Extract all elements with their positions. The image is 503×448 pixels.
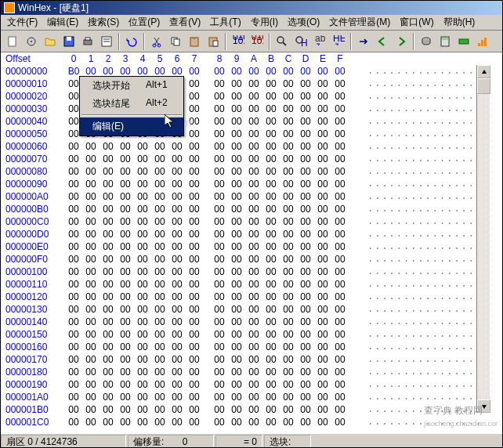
- hex-byte[interactable]: 00: [168, 341, 186, 353]
- hex-byte[interactable]: 00: [134, 328, 151, 341]
- hex-byte[interactable]: 00: [117, 178, 134, 190]
- hex-byte[interactable]: 00: [65, 341, 82, 353]
- hex-byte[interactable]: 00: [280, 165, 297, 178]
- hex-byte[interactable]: 00: [100, 266, 117, 278]
- hex-byte[interactable]: 00: [280, 341, 297, 353]
- copy-button[interactable]: [167, 33, 184, 50]
- hex-byte[interactable]: 00: [262, 328, 280, 341]
- hex-byte[interactable]: 00: [280, 153, 297, 165]
- hex-byte[interactable]: 00: [228, 316, 245, 328]
- menu-view[interactable]: 查看(V): [165, 14, 205, 31]
- hex-byte[interactable]: 00: [65, 416, 82, 428]
- hex-byte[interactable]: 00: [228, 328, 245, 341]
- hex-byte[interactable]: 00: [211, 228, 228, 240]
- hex-byte[interactable]: 00: [151, 416, 168, 428]
- hex-byte[interactable]: 00: [211, 253, 228, 266]
- hex-byte[interactable]: 00: [168, 316, 186, 328]
- hex-byte[interactable]: 00: [331, 90, 349, 103]
- hex-byte[interactable]: 00: [297, 278, 314, 291]
- hex-view[interactable]: www.52weixiu.com Offset 0123456789ABCDEF…: [1, 52, 502, 433]
- hex-byte[interactable]: 00: [245, 303, 262, 316]
- hex-byte[interactable]: 00: [280, 115, 297, 128]
- hex-byte[interactable]: 00: [117, 291, 134, 303]
- hex-byte[interactable]: 00: [211, 203, 228, 215]
- hex-byte[interactable]: 00: [245, 391, 262, 403]
- hex-byte[interactable]: 00: [100, 416, 117, 428]
- menu-options[interactable]: 选项(O): [283, 14, 324, 31]
- hex-byte[interactable]: 00: [151, 203, 168, 215]
- hex-byte[interactable]: 00: [314, 140, 331, 153]
- hex-byte[interactable]: 00: [262, 253, 280, 266]
- cut-button[interactable]: [148, 33, 165, 50]
- hex-byte[interactable]: 00: [134, 153, 151, 165]
- hex-byte[interactable]: 00: [134, 240, 151, 253]
- hex-byte[interactable]: 00: [100, 190, 117, 203]
- hex-byte[interactable]: 00: [134, 366, 151, 378]
- hex-byte[interactable]: 00: [245, 190, 262, 203]
- hex-byte[interactable]: 00: [280, 253, 297, 266]
- hex-byte[interactable]: 00: [82, 391, 100, 403]
- hex-byte[interactable]: 00: [280, 378, 297, 391]
- ascii-row[interactable]: ................: [367, 240, 476, 253]
- hex-byte[interactable]: 00: [82, 253, 100, 266]
- hex-byte[interactable]: 00: [134, 190, 151, 203]
- hex-byte[interactable]: 00: [211, 416, 228, 428]
- hex-byte[interactable]: 00: [280, 278, 297, 291]
- hex-byte[interactable]: 00: [280, 103, 297, 115]
- hex-byte[interactable]: 00: [331, 253, 349, 266]
- hex-byte[interactable]: 00: [134, 278, 151, 291]
- hex-byte[interactable]: 00: [134, 403, 151, 416]
- hex-byte[interactable]: 00: [117, 303, 134, 316]
- hex-byte[interactable]: 00: [297, 316, 314, 328]
- hex-byte[interactable]: 00: [151, 165, 168, 178]
- hex-byte[interactable]: 00: [228, 291, 245, 303]
- hex-byte[interactable]: 00: [245, 215, 262, 228]
- hex-byte[interactable]: 00: [100, 140, 117, 153]
- hex-byte[interactable]: 00: [297, 416, 314, 428]
- hex-byte[interactable]: 00: [186, 303, 203, 316]
- hex-byte[interactable]: 00: [245, 103, 262, 115]
- ascii-row[interactable]: ................: [367, 253, 476, 266]
- hex-byte[interactable]: 00: [331, 316, 349, 328]
- hex-byte[interactable]: 00: [297, 353, 314, 366]
- hex-byte[interactable]: 00: [211, 266, 228, 278]
- hex-byte[interactable]: 00: [297, 103, 314, 115]
- hex-byte[interactable]: 00: [331, 278, 349, 291]
- hex-byte[interactable]: 00: [151, 266, 168, 278]
- hex-byte[interactable]: 00: [134, 291, 151, 303]
- hex-byte[interactable]: 00: [314, 78, 331, 90]
- hex-byte[interactable]: 00: [331, 378, 349, 391]
- ascii-row[interactable]: ................: [367, 140, 476, 153]
- hex-byte[interactable]: 00: [297, 78, 314, 90]
- hex-byte[interactable]: 00: [314, 316, 331, 328]
- hex-byte[interactable]: 00: [100, 278, 117, 291]
- hex-byte[interactable]: 00: [186, 253, 203, 266]
- ascii-row[interactable]: ................: [367, 278, 476, 291]
- hex-byte[interactable]: 00: [82, 403, 100, 416]
- hex-byte[interactable]: 00: [151, 366, 168, 378]
- hex-byte[interactable]: 00: [151, 391, 168, 403]
- hex-byte[interactable]: 00: [65, 391, 82, 403]
- hex-byte[interactable]: 00: [297, 253, 314, 266]
- hex-byte[interactable]: 00: [151, 178, 168, 190]
- menu-file[interactable]: 文件(F): [2, 14, 42, 31]
- hex-byte[interactable]: 00: [82, 190, 100, 203]
- hex-byte[interactable]: 00: [82, 228, 100, 240]
- hex-byte[interactable]: 00: [82, 215, 100, 228]
- hex-byte[interactable]: 00: [211, 78, 228, 90]
- hex-byte[interactable]: 00: [100, 228, 117, 240]
- hex-byte[interactable]: 00: [100, 378, 117, 391]
- hex-byte[interactable]: 00: [151, 341, 168, 353]
- hex-byte[interactable]: 00: [297, 403, 314, 416]
- vertical-scrollbar[interactable]: [476, 65, 490, 413]
- hex-byte[interactable]: 00: [211, 366, 228, 378]
- hex-byte[interactable]: 00: [151, 153, 168, 165]
- menu-window[interactable]: 窗口(W): [395, 14, 438, 31]
- hex-byte[interactable]: 00: [228, 90, 245, 103]
- hex-byte[interactable]: 00: [211, 278, 228, 291]
- menu-special[interactable]: 专用(I): [246, 14, 283, 31]
- hex-byte[interactable]: 00: [65, 215, 82, 228]
- hex-byte[interactable]: 00: [134, 303, 151, 316]
- hex-byte[interactable]: 00: [314, 128, 331, 140]
- hex-byte[interactable]: 00: [262, 341, 280, 353]
